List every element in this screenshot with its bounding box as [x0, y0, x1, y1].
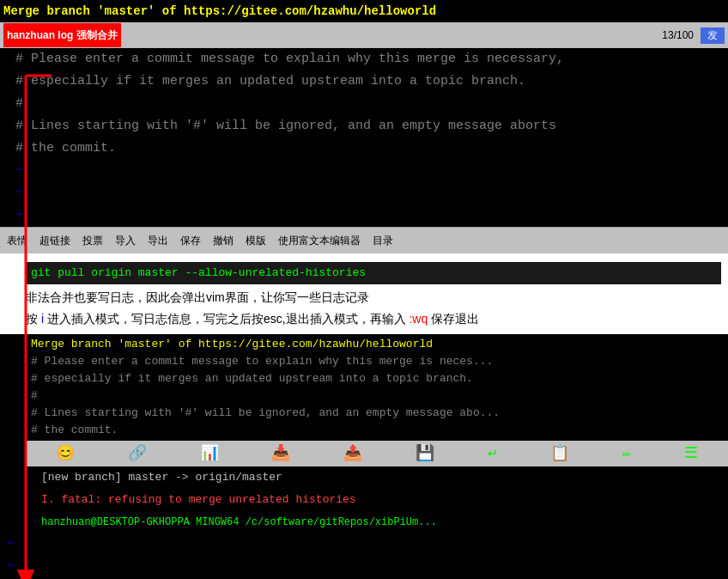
zh-text-prefix: 按 — [26, 312, 38, 326]
editor-area: # Please enter a commit message to expla… — [0, 48, 728, 227]
editor-line-5: # the commit. — [15, 137, 728, 160]
line-1-text: # Please enter a commit message to expla… — [15, 48, 564, 70]
line-5-text: # the commit. — [15, 137, 116, 160]
fatal-line: I. fatal: refusing to merge unrelated hi… — [41, 489, 728, 511]
prompt-line: hanzhuan@DESKTOP-GKHOPPA MINGW64 /c/soft… — [41, 511, 728, 533]
toolbar-item-link[interactable]: 超链接 — [36, 229, 74, 253]
vs-line6: # the commit. — [31, 422, 723, 439]
icon-2: 🔗 — [128, 442, 147, 465]
toolbar-highlight[interactable]: hanzhuan log 强制合并 — [3, 23, 121, 47]
icon-3: 📊 — [200, 442, 219, 465]
tilde-line-1: ~ — [15, 160, 728, 182]
icon-10: ☰ — [684, 442, 698, 465]
toolbar-item-richtext[interactable]: 使用富文本编辑器 — [275, 229, 364, 253]
toolbar-item-emoji[interactable]: 表情 — [3, 229, 31, 253]
vs-line4: # — [31, 387, 723, 405]
wq-cmd: :wq — [409, 312, 428, 326]
zh-text-suffix: 保存退出 — [431, 312, 479, 326]
line-3-text: # — [15, 93, 23, 115]
zh-text-line1: 非法合并也要写日志，因此会弹出vim界面，让你写一些日志记录 — [26, 288, 721, 307]
icon-8: 📋 — [550, 442, 569, 465]
vim-editor: Merge branch 'master' of https://gitee.c… — [0, 0, 728, 579]
toolbar-item-undo[interactable]: 撤销 — [209, 229, 237, 253]
icon-4: 📥 — [271, 442, 290, 465]
extra-lines: [new branch] master -> origin/master I. … — [0, 466, 728, 533]
editor-line-1: # Please enter a commit message to expla… — [15, 48, 728, 70]
i-key: i — [41, 312, 44, 326]
new-branch-line: [new branch] master -> origin/master — [41, 466, 728, 489]
vs-line2: # Please enter a commit message to expla… — [31, 353, 723, 370]
vim-screenshot: Merge branch 'master' of https://gitee.c… — [26, 334, 728, 441]
title-text: Merge branch 'master' of https://gitee.c… — [3, 4, 436, 18]
icon-9: ✏️ — [622, 442, 631, 465]
toolbar-row[interactable]: hanzhuan log 强制合并 13/100 发 — [0, 22, 728, 48]
tilde-line-2: ~ — [15, 182, 728, 204]
icon-1: 😊 — [56, 442, 75, 465]
toolbar-item-template[interactable]: 模版 — [242, 229, 270, 253]
icon-6: 💾 — [416, 442, 434, 465]
zh-text-middle: 进入插入模式，写日志信息，写完之后按esc,退出插入模式，再输入 — [47, 312, 406, 326]
toolbar-item-import[interactable]: 导入 — [112, 229, 139, 253]
icon-5: 📤 — [343, 442, 362, 465]
tilde-area-2: ~ ~ ~ — [0, 533, 728, 579]
editor-line-2: # especially if it merges an updated ups… — [15, 70, 728, 93]
toolbar-item-export[interactable]: 导出 — [144, 229, 172, 253]
toolbar-item-save[interactable]: 保存 — [177, 229, 204, 253]
send-button[interactable]: 发 — [701, 27, 725, 44]
line-2-text: # especially if it merges an updated ups… — [15, 70, 525, 93]
vs-line1: Merge branch 'master' of https://gitee.c… — [31, 336, 723, 353]
cmd-line-git-pull: git pull origin master --allow-unrelated… — [26, 262, 721, 284]
title-bar: Merge branch 'master' of https://gitee.c… — [0, 0, 728, 22]
vs-line5: # Lines starting with '#' will be ignore… — [31, 405, 723, 422]
icon-7: ↩ — [488, 442, 497, 465]
tilde-line-3: ~ — [15, 204, 728, 227]
editor-line-3: # — [15, 93, 728, 115]
zh-text-line2: 按 i 进入插入模式，写日志信息，写完之后按esc,退出插入模式，再输入 :wq… — [26, 309, 721, 328]
content-area: git pull origin master --allow-unrelated… — [0, 253, 728, 334]
editor-line-4: # Lines starting with '#' will be ignore… — [15, 115, 728, 137]
line-4-text: # Lines starting with '#' will be ignore… — [15, 115, 556, 137]
vs-line3: # especially if it merges an updated ups… — [31, 370, 723, 387]
toolbar-item-vote[interactable]: 投票 — [79, 229, 106, 253]
toolbar-counter: 13/100 — [662, 24, 694, 46]
toolbar-item-toc[interactable]: 目录 — [369, 229, 397, 253]
icon-row: 😊 🔗 📊 📥 📤 💾 ↩ 📋 ✏️ ☰ — [26, 441, 728, 466]
tilde-b1: ~ — [7, 533, 728, 556]
toolbar-row-2[interactable]: 表情 超链接 投票 导入 导出 保存 撤销 模版 使用富文本编辑器 目录 — [0, 227, 728, 253]
tilde-b2: ~ — [7, 556, 728, 578]
